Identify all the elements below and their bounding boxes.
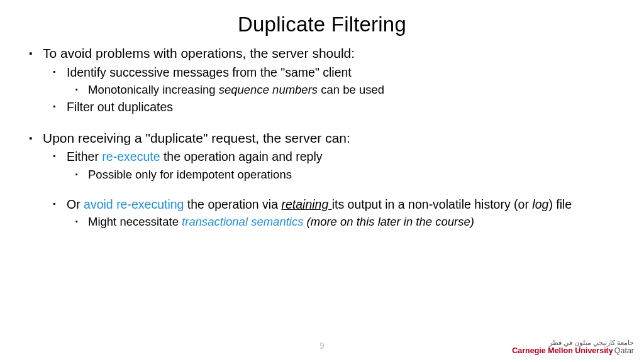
logo-qatar-text: Qatar <box>614 346 634 355</box>
bullet-lvl2: Filter out duplicates <box>53 99 615 115</box>
bullet-lvl2: Or avoid re-executing the operation via … <box>53 197 615 212</box>
bullet-list: To avoid problems with operations, the s… <box>29 45 615 116</box>
highlight-text: avoid re-executing <box>84 197 184 211</box>
spacer <box>29 118 615 130</box>
bullet-lvl2: Either re-execute the operation again an… <box>53 149 615 165</box>
text: Or <box>67 197 84 211</box>
text: its output in a non-volatile history (or <box>332 197 533 211</box>
slide-title: Duplicate Filtering <box>29 13 615 36</box>
bullet-lvl1: To avoid problems with operations, the s… <box>29 45 615 62</box>
italic-text: log <box>532 197 548 211</box>
logo-arabic-text: جامعة كارنيجي ميلون في قطر <box>512 339 634 346</box>
bullet-lvl3: Monotonically increasing sequence number… <box>75 82 615 97</box>
highlight-italic-text: transactional semantics <box>182 215 303 228</box>
bullet-lvl3: Possible only for idempotent operations <box>75 167 615 182</box>
text: Monotonically increasing <box>88 83 219 96</box>
text: ) file <box>548 197 572 211</box>
spacer <box>29 184 615 197</box>
italic-text: sequence numbers <box>219 83 318 96</box>
text: the operation via <box>184 197 281 211</box>
bullet-list: Or avoid re-executing the operation via … <box>29 197 615 229</box>
text: Either <box>67 150 102 163</box>
bullet-lvl1: Upon receiving a "duplicate" request, th… <box>29 130 615 147</box>
cmu-qatar-logo: جامعة كارنيجي ميلون في قطر Carnegie Mell… <box>512 339 634 355</box>
italic-text: (more on this later in the course) <box>303 215 474 228</box>
bullet-lvl3: Might necessitate transactional semantic… <box>75 214 615 229</box>
logo-cmu-text: Carnegie Mellon University <box>512 346 613 355</box>
text: can be used <box>318 83 384 96</box>
text: Might necessitate <box>88 215 182 228</box>
bullet-lvl2: Identify successive messages from the "s… <box>53 65 615 80</box>
text: the operation again and reply <box>160 150 323 163</box>
bullet-list: Upon receiving a "duplicate" request, th… <box>29 130 615 182</box>
slide: Duplicate Filtering To avoid problems wi… <box>0 0 644 362</box>
underline-italic-text: retaining <box>281 197 331 211</box>
highlight-text: re-execute <box>102 150 160 163</box>
logo-english-text: Carnegie Mellon UniversityQatar <box>512 347 634 355</box>
